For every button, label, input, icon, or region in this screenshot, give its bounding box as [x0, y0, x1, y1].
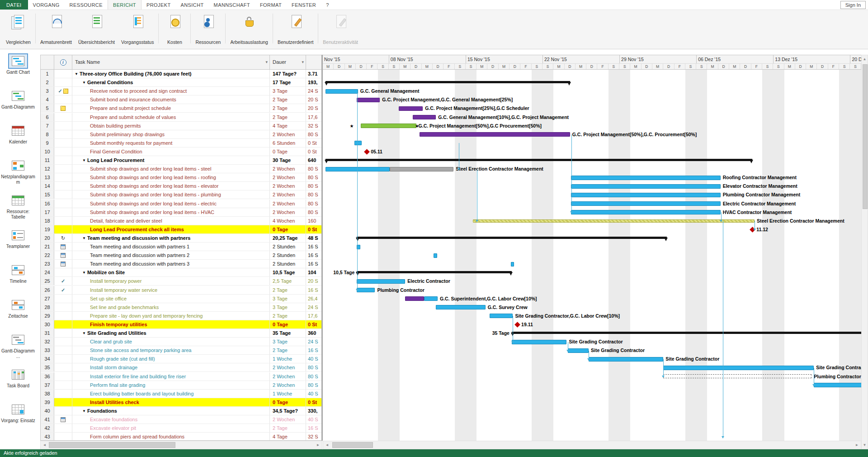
work-cell[interactable]: 17,6 — [306, 113, 322, 121]
ribbon-button-vorgangsstatus[interactable]: Vorgangsstatus — [118, 12, 157, 46]
duration-cell[interactable]: 2 Tage — [270, 104, 306, 112]
work-cell[interactable]: 640 — [306, 156, 322, 164]
work-cell[interactable]: 0 St — [306, 148, 322, 156]
summary-bar[interactable] — [326, 159, 752, 161]
duration-cell[interactable]: 2 Stunden — [270, 251, 306, 259]
task-bar[interactable] — [434, 253, 437, 258]
menu-tab-datei[interactable]: DATEI — [0, 0, 28, 10]
task-name-cell[interactable]: ▼Site Grading and Utilities — [72, 329, 270, 337]
task-name-cell[interactable]: Install Utilities check — [72, 398, 270, 406]
task-name-cell[interactable]: Install temporary power — [72, 277, 270, 285]
task-bar[interactable] — [663, 366, 814, 370]
task-name-cell[interactable]: Finish temporay utilities — [72, 320, 270, 328]
task-bar[interactable] — [568, 348, 589, 353]
work-cell[interactable]: 17,6 — [306, 312, 322, 320]
work-cell[interactable]: 40 S — [306, 415, 322, 424]
task-bar[interactable] — [512, 340, 567, 344]
duration-cell[interactable]: 3 Tage — [270, 338, 306, 346]
task-bar[interactable] — [413, 115, 436, 119]
task-bar[interactable] — [814, 383, 861, 387]
scroll-left-icon[interactable]: ◄ — [323, 441, 331, 449]
row-number[interactable]: 15 — [41, 190, 54, 199]
task-name-cell[interactable]: Submit bond and insurance documents — [72, 95, 270, 104]
work-cell[interactable]: 40 S — [306, 390, 322, 398]
task-bar[interactable] — [571, 193, 720, 197]
row-number[interactable]: 29 — [41, 312, 54, 320]
ribbon-button-bersichtsbericht[interactable]: Übersichtsbericht — [75, 12, 118, 46]
table-hscrollbar-thumb[interactable] — [49, 442, 175, 448]
task-name-cell[interactable]: Long Lead Procurement check all items — [72, 225, 270, 233]
task-name-cell[interactable]: Set up site office — [72, 295, 270, 303]
task-name-cell[interactable]: Prepare and submit schedule of values — [72, 113, 270, 121]
work-cell[interactable]: 0 St — [306, 320, 322, 328]
menu-tab-bericht[interactable]: BERICHT — [108, 0, 142, 10]
work-cell[interactable]: 80 S — [306, 165, 322, 173]
indicator-cell[interactable] — [54, 217, 72, 225]
work-cell[interactable]: 0 St — [306, 398, 322, 406]
task-bar[interactable] — [571, 210, 720, 214]
duration-cell[interactable]: 2 Wochen — [270, 165, 306, 173]
menu-tab-item[interactable]: ? — [321, 0, 334, 10]
duration-cell[interactable]: 4 Wochen — [270, 217, 306, 225]
scroll-right-icon[interactable]: ► — [314, 441, 322, 449]
indicator-cell[interactable] — [54, 355, 72, 363]
duration-cell[interactable]: 0 Tage — [270, 148, 306, 156]
row-number-column-header[interactable] — [41, 55, 54, 69]
task-bar[interactable] — [399, 106, 423, 111]
work-cell[interactable]: 32 S — [306, 433, 322, 441]
indicator-cell[interactable] — [54, 260, 72, 268]
indicator-cell[interactable] — [54, 398, 72, 406]
table-hscrollbar[interactable]: ◄ ► — [40, 441, 322, 449]
task-name-cell[interactable]: ▼Team meeting and discussion with partne… — [72, 234, 270, 242]
expand-collapse-icon[interactable]: ▼ — [82, 234, 86, 242]
row-number[interactable]: 38 — [41, 390, 54, 398]
row-number[interactable]: 40 — [41, 407, 54, 415]
sidebar-item-netzplandiagramm[interactable]: Netzplandiagramm — [0, 155, 36, 190]
row-number[interactable]: 36 — [41, 372, 54, 381]
duration-cell[interactable]: 2 Tage — [270, 346, 306, 354]
task-name-cell[interactable]: Detail, fabricate and deliver steel — [72, 217, 270, 225]
indicator-cell[interactable] — [54, 243, 72, 251]
duration-cell[interactable]: 147 Tage? — [270, 70, 306, 78]
ribbon-button-ressourcen[interactable]: Ressourcen — [192, 12, 224, 46]
menu-tab-mannschaft[interactable]: MANNSCHAFT — [209, 0, 255, 10]
vscrollbar[interactable]: ▲ ▼ — [861, 55, 868, 449]
row-number[interactable]: 28 — [41, 303, 54, 311]
indicator-cell[interactable] — [54, 268, 72, 276]
sidebar-item-gantt-chart[interactable]: Gantt Chart — [0, 51, 36, 86]
work-cell[interactable]: 80 S — [306, 381, 322, 389]
summary-bar[interactable] — [326, 81, 570, 83]
duration-cell[interactable]: 34,5 Tage? — [270, 407, 306, 415]
task-name-cell[interactable]: Submit preliminary shop drawings — [72, 130, 270, 138]
vscrollbar-thumb[interactable] — [863, 64, 868, 209]
task-bar[interactable] — [663, 374, 811, 378]
work-cell[interactable]: 80 S — [306, 130, 322, 138]
row-number[interactable]: 34 — [41, 355, 54, 363]
task-name-cell[interactable]: Team meeting and discussion with partner… — [72, 260, 270, 268]
work-cell[interactable]: 24 S — [306, 338, 322, 346]
duration-cell[interactable]: 0 Tage — [270, 320, 306, 328]
task-bar[interactable] — [390, 167, 453, 171]
task-name-cell[interactable]: Team meeting and discussion with partner… — [72, 243, 270, 251]
sidebar-item-zeitachse[interactable]: Zeitachse — [0, 295, 36, 329]
work-cell[interactable]: 16 S — [306, 346, 322, 354]
duration-cell[interactable]: 2 Tage — [270, 424, 306, 432]
work-cell[interactable]: 20 S — [306, 104, 322, 112]
indicator-cell[interactable] — [54, 329, 72, 337]
sidebar-item-kalender[interactable]: Kalender — [0, 120, 36, 155]
duration-cell[interactable]: 30 Tage — [270, 156, 306, 164]
duration-cell[interactable]: 17 Tage — [270, 78, 306, 86]
task-name-cell[interactable]: Install exterior fire line and building … — [72, 372, 270, 381]
work-cell[interactable]: 24 S — [306, 303, 322, 311]
indicator-cell[interactable] — [54, 390, 72, 398]
work-cell[interactable]: 16 S — [306, 424, 322, 432]
menu-tab-format[interactable]: FORMAT — [255, 0, 287, 10]
work-cell[interactable]: 20 S — [306, 95, 322, 104]
indicator-cell[interactable] — [54, 320, 72, 328]
duration-cell[interactable]: 2 Wochen — [270, 381, 306, 389]
row-number[interactable]: 25 — [41, 277, 54, 285]
indicator-cell[interactable] — [54, 208, 72, 216]
work-cell[interactable]: 40 S — [306, 355, 322, 363]
duration-cell[interactable]: 3 Tage — [270, 87, 306, 95]
sidebar-item-vorgang-einsatz[interactable]: Vorgang: Einsatz — [0, 399, 36, 434]
